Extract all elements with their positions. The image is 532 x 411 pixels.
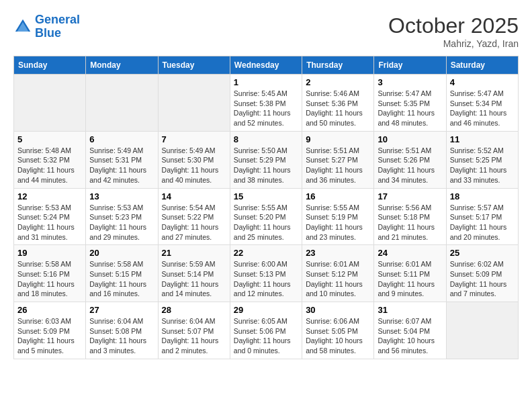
day-info: Sunrise: 5:57 AM Sunset: 5:17 PM Dayligh… [450,203,515,242]
week-row-1: 1Sunrise: 5:45 AM Sunset: 5:38 PM Daylig… [14,75,519,132]
calendar-cell: 24Sunrise: 6:01 AM Sunset: 5:11 PM Dayli… [374,245,446,302]
header-sunday: Sunday [14,56,86,75]
day-info: Sunrise: 5:47 AM Sunset: 5:34 PM Dayligh… [450,89,515,128]
day-number: 25 [450,248,515,258]
day-number: 6 [89,134,154,144]
day-number: 14 [162,191,226,201]
calendar-cell: 9Sunrise: 5:51 AM Sunset: 5:27 PM Daylig… [302,131,374,188]
logo-icon [13,17,32,36]
day-number: 22 [234,248,298,258]
day-info: Sunrise: 5:54 AM Sunset: 5:22 PM Dayligh… [162,203,226,242]
calendar-cell: 2Sunrise: 5:46 AM Sunset: 5:36 PM Daylig… [302,75,374,132]
header-tuesday: Tuesday [158,56,230,75]
calendar-cell: 12Sunrise: 5:53 AM Sunset: 5:24 PM Dayli… [14,188,86,245]
day-info: Sunrise: 5:46 AM Sunset: 5:36 PM Dayligh… [306,89,370,128]
day-info: Sunrise: 5:59 AM Sunset: 5:14 PM Dayligh… [162,259,226,299]
calendar-cell: 10Sunrise: 5:51 AM Sunset: 5:26 PM Dayli… [374,131,446,188]
day-info: Sunrise: 5:55 AM Sunset: 5:20 PM Dayligh… [234,203,298,242]
week-row-2: 5Sunrise: 5:48 AM Sunset: 5:32 PM Daylig… [14,131,519,188]
calendar-cell: 4Sunrise: 5:47 AM Sunset: 5:34 PM Daylig… [446,75,518,132]
day-info: Sunrise: 6:01 AM Sunset: 5:11 PM Dayligh… [378,259,442,299]
calendar-cell: 3Sunrise: 5:47 AM Sunset: 5:35 PM Daylig… [374,75,446,132]
month-title: October 2025 [388,13,519,38]
calendar-cell: 27Sunrise: 6:04 AM Sunset: 5:08 PM Dayli… [86,302,158,359]
day-info: Sunrise: 5:51 AM Sunset: 5:27 PM Dayligh… [306,146,370,185]
day-info: Sunrise: 5:51 AM Sunset: 5:26 PM Dayligh… [378,146,442,185]
day-number: 2 [306,77,370,87]
day-number: 23 [306,248,370,258]
day-number: 29 [234,305,298,315]
calendar-cell: 31Sunrise: 6:07 AM Sunset: 5:04 PM Dayli… [374,302,446,359]
day-info: Sunrise: 5:50 AM Sunset: 5:29 PM Dayligh… [234,146,298,185]
day-info: Sunrise: 6:07 AM Sunset: 5:04 PM Dayligh… [378,316,442,356]
day-number: 30 [306,305,370,315]
day-number: 19 [17,248,82,258]
day-number: 17 [378,191,442,201]
day-number: 26 [17,305,82,315]
day-info: Sunrise: 6:01 AM Sunset: 5:12 PM Dayligh… [306,259,370,299]
location-subtitle: Mahriz, Yazd, Iran [388,38,519,49]
day-info: Sunrise: 5:49 AM Sunset: 5:30 PM Dayligh… [162,146,226,185]
calendar-cell: 8Sunrise: 5:50 AM Sunset: 5:29 PM Daylig… [230,131,302,188]
header-wednesday: Wednesday [230,56,302,75]
logo-text: General Blue [35,13,80,40]
calendar-cell: 5Sunrise: 5:48 AM Sunset: 5:32 PM Daylig… [14,131,86,188]
day-info: Sunrise: 6:03 AM Sunset: 5:09 PM Dayligh… [17,316,82,356]
calendar-cell [446,302,518,359]
calendar-cell: 18Sunrise: 5:57 AM Sunset: 5:17 PM Dayli… [446,188,518,245]
calendar-cell: 15Sunrise: 5:55 AM Sunset: 5:20 PM Dayli… [230,188,302,245]
calendar-cell: 14Sunrise: 5:54 AM Sunset: 5:22 PM Dayli… [158,188,230,245]
calendar-cell: 22Sunrise: 6:00 AM Sunset: 5:13 PM Dayli… [230,245,302,302]
calendar-cell: 7Sunrise: 5:49 AM Sunset: 5:30 PM Daylig… [158,131,230,188]
title-block: October 2025 Mahriz, Yazd, Iran [388,13,519,49]
day-number: 9 [306,134,370,144]
day-info: Sunrise: 5:45 AM Sunset: 5:38 PM Dayligh… [234,89,298,128]
calendar-cell: 20Sunrise: 5:58 AM Sunset: 5:15 PM Dayli… [86,245,158,302]
day-info: Sunrise: 5:53 AM Sunset: 5:24 PM Dayligh… [17,203,82,242]
day-info: Sunrise: 5:55 AM Sunset: 5:19 PM Dayligh… [306,203,370,242]
calendar-cell [14,75,86,132]
day-info: Sunrise: 6:04 AM Sunset: 5:07 PM Dayligh… [162,316,226,356]
day-info: Sunrise: 6:05 AM Sunset: 5:06 PM Dayligh… [234,316,298,356]
calendar-cell: 29Sunrise: 6:05 AM Sunset: 5:06 PM Dayli… [230,302,302,359]
day-number: 15 [234,191,298,201]
calendar-cell: 17Sunrise: 5:56 AM Sunset: 5:18 PM Dayli… [374,188,446,245]
calendar-cell: 26Sunrise: 6:03 AM Sunset: 5:09 PM Dayli… [14,302,86,359]
day-info: Sunrise: 6:02 AM Sunset: 5:09 PM Dayligh… [450,259,515,299]
day-number: 5 [17,134,82,144]
header-monday: Monday [86,56,158,75]
calendar-cell: 13Sunrise: 5:53 AM Sunset: 5:23 PM Dayli… [86,188,158,245]
calendar-cell: 11Sunrise: 5:52 AM Sunset: 5:25 PM Dayli… [446,131,518,188]
calendar-cell: 23Sunrise: 6:01 AM Sunset: 5:12 PM Dayli… [302,245,374,302]
day-info: Sunrise: 5:47 AM Sunset: 5:35 PM Dayligh… [378,89,442,128]
calendar-cell: 21Sunrise: 5:59 AM Sunset: 5:14 PM Dayli… [158,245,230,302]
day-number: 27 [89,305,154,315]
calendar-cell [158,75,230,132]
calendar-cell: 19Sunrise: 5:58 AM Sunset: 5:16 PM Dayli… [14,245,86,302]
day-number: 10 [378,134,442,144]
calendar-cell: 16Sunrise: 5:55 AM Sunset: 5:19 PM Dayli… [302,188,374,245]
day-number: 20 [89,248,154,258]
week-row-5: 26Sunrise: 6:03 AM Sunset: 5:09 PM Dayli… [14,302,519,359]
day-info: Sunrise: 6:00 AM Sunset: 5:13 PM Dayligh… [234,259,298,299]
day-info: Sunrise: 5:53 AM Sunset: 5:23 PM Dayligh… [89,203,154,242]
day-number: 8 [234,134,298,144]
day-number: 31 [378,305,442,315]
day-number: 4 [450,77,515,87]
day-info: Sunrise: 5:58 AM Sunset: 5:16 PM Dayligh… [17,259,82,299]
logo-general: General [35,13,80,26]
day-info: Sunrise: 5:49 AM Sunset: 5:31 PM Dayligh… [89,146,154,185]
week-row-4: 19Sunrise: 5:58 AM Sunset: 5:16 PM Dayli… [14,245,519,302]
day-number: 24 [378,248,442,258]
day-info: Sunrise: 5:58 AM Sunset: 5:15 PM Dayligh… [89,259,154,299]
day-number: 11 [450,134,515,144]
calendar-cell: 25Sunrise: 6:02 AM Sunset: 5:09 PM Dayli… [446,245,518,302]
day-number: 1 [234,77,298,87]
day-number: 16 [306,191,370,201]
calendar-cell [86,75,158,132]
day-number: 12 [17,191,82,201]
page-header: General Blue October 2025 Mahriz, Yazd, … [13,13,519,49]
calendar-table: SundayMondayTuesdayWednesdayThursdayFrid… [13,56,519,359]
header-thursday: Thursday [302,56,374,75]
logo-blue: Blue [35,26,61,40]
